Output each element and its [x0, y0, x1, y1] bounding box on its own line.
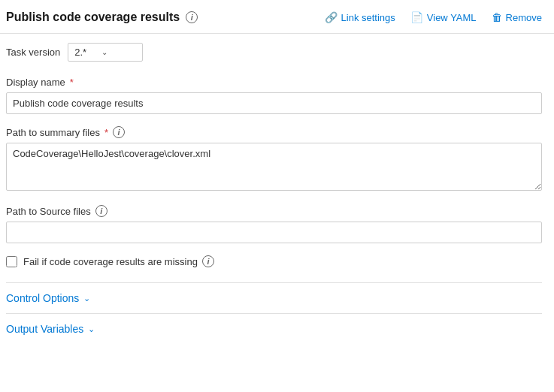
link-settings-label: Link settings — [341, 12, 395, 23]
task-version-chevron-icon: ⌄ — [101, 48, 107, 56]
output-variables-label: Output Variables — [6, 323, 83, 335]
control-options-chevron-icon: ⌄ — [83, 294, 90, 303]
path-source-label: Path to Source files i — [6, 205, 542, 217]
path-summary-info-icon[interactable]: i — [113, 126, 125, 138]
output-variables-header[interactable]: Output Variables ⌄ — [6, 323, 542, 335]
trash-icon: 🗑 — [492, 11, 502, 23]
task-version-value: 2.* — [74, 47, 86, 58]
path-summary-group: Path to summary files * i CodeCoverage\H… — [6, 126, 542, 193]
path-source-group: Path to Source files i — [6, 205, 542, 243]
yaml-icon: 📄 — [410, 11, 423, 23]
remove-label: Remove — [506, 12, 542, 23]
remove-button[interactable]: 🗑 Remove — [492, 11, 542, 23]
path-source-input[interactable] — [6, 222, 542, 243]
control-options-section: Control Options ⌄ — [6, 282, 542, 313]
link-icon: 🔗 — [325, 11, 338, 23]
header-actions: 🔗 Link settings 📄 View YAML 🗑 Remove — [325, 11, 542, 23]
control-options-header[interactable]: Control Options ⌄ — [6, 292, 542, 304]
display-name-label: Display name * — [6, 77, 542, 88]
page-header: Publish code coverage results i 🔗 Link s… — [0, 0, 554, 34]
main-content: Task version 2.* ⌄ Display name * Path t… — [0, 34, 554, 353]
path-summary-label: Path to summary files * i — [6, 126, 542, 138]
fail-checkbox-input[interactable] — [6, 256, 17, 267]
control-options-label: Control Options — [6, 292, 79, 304]
link-settings-button[interactable]: 🔗 Link settings — [325, 11, 395, 23]
path-summary-input[interactable]: CodeCoverage\HelloJest\coverage\clover.x… — [6, 143, 542, 191]
page-title: Publish code coverage results — [6, 11, 180, 24]
display-name-required: * — [70, 77, 74, 88]
path-summary-required: * — [104, 127, 108, 138]
display-name-group: Display name * — [6, 77, 542, 114]
view-yaml-label: View YAML — [427, 12, 477, 23]
task-version-row: Task version 2.* ⌄ — [6, 43, 542, 62]
task-version-select[interactable]: 2.* ⌄ — [68, 43, 143, 62]
display-name-input[interactable] — [6, 92, 542, 114]
title-info-icon[interactable]: i — [186, 11, 198, 23]
view-yaml-button[interactable]: 📄 View YAML — [410, 11, 477, 23]
fail-checkbox-row: Fail if code coverage results are missin… — [6, 255, 542, 267]
path-source-info-icon[interactable]: i — [95, 205, 107, 217]
task-version-label: Task version — [6, 47, 60, 58]
output-variables-chevron-icon: ⌄ — [88, 324, 95, 334]
output-variables-section: Output Variables ⌄ — [6, 313, 542, 344]
fail-checkbox-info-icon[interactable]: i — [202, 255, 214, 267]
header-left: Publish code coverage results i — [6, 11, 198, 24]
fail-checkbox-label: Fail if code coverage results are missin… — [23, 255, 214, 267]
